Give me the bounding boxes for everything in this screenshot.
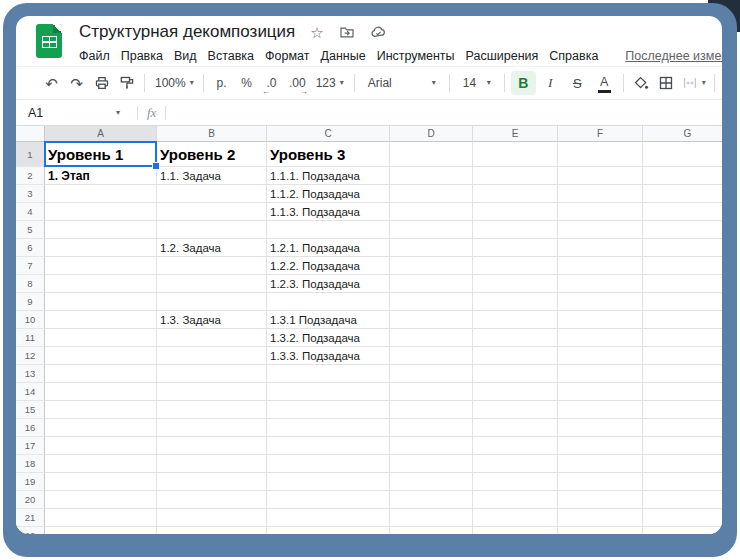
row-header-19[interactable]: 19 xyxy=(16,473,45,491)
row-header-18[interactable]: 18 xyxy=(16,455,45,473)
cell-E18[interactable] xyxy=(473,455,558,473)
cell-A1[interactable]: Уровень 1 xyxy=(45,142,157,167)
cell-C10[interactable]: 1.3.1 Подзадача xyxy=(267,311,390,329)
cell-G17[interactable] xyxy=(643,437,722,455)
cell-A3[interactable] xyxy=(45,185,157,203)
cloud-status-icon[interactable] xyxy=(370,24,387,40)
italic-button[interactable]: I xyxy=(538,71,563,95)
cell-D21[interactable] xyxy=(390,509,473,527)
cell-B8[interactable] xyxy=(157,275,267,293)
cell-F3[interactable] xyxy=(558,185,643,203)
move-to-folder-icon[interactable] xyxy=(339,24,355,40)
cell-D18[interactable] xyxy=(390,455,473,473)
number-format-button[interactable]: 123 ▾ xyxy=(312,71,348,95)
cell-C4[interactable]: 1.1.3. Подзадача xyxy=(267,203,390,221)
cell-G14[interactable] xyxy=(643,383,722,401)
paint-format-button[interactable] xyxy=(115,71,138,95)
cell-A10[interactable] xyxy=(45,311,157,329)
cell-A12[interactable] xyxy=(45,347,157,365)
cell-G2[interactable] xyxy=(643,167,722,185)
cell-B12[interactable] xyxy=(157,347,267,365)
cell-A13[interactable] xyxy=(45,365,157,383)
last-edit-link[interactable]: Последнее изменен xyxy=(625,49,722,63)
cell-F2[interactable] xyxy=(558,167,643,185)
column-header-G[interactable]: G xyxy=(643,126,722,142)
row-header-7[interactable]: 7 xyxy=(16,257,45,275)
cell-E5[interactable] xyxy=(473,221,558,239)
row-header-3[interactable]: 3 xyxy=(16,185,45,203)
cell-E3[interactable] xyxy=(473,185,558,203)
column-header-C[interactable]: C xyxy=(267,126,390,142)
cell-A4[interactable] xyxy=(45,203,157,221)
cell-G15[interactable] xyxy=(643,401,722,419)
cell-G10[interactable] xyxy=(643,311,722,329)
row-header-12[interactable]: 12 xyxy=(16,347,45,365)
cell-G19[interactable] xyxy=(643,473,722,491)
cell-A6[interactable] xyxy=(45,239,157,257)
cell-E17[interactable] xyxy=(473,437,558,455)
cell-E11[interactable] xyxy=(473,329,558,347)
cell-A15[interactable] xyxy=(45,401,157,419)
cell-D10[interactable] xyxy=(390,311,473,329)
cell-B21[interactable] xyxy=(157,509,267,527)
menu-tools[interactable]: Инструменты xyxy=(377,49,455,63)
cell-A5[interactable] xyxy=(45,221,157,239)
row-header-11[interactable]: 11 xyxy=(16,329,45,347)
cell-F17[interactable] xyxy=(558,437,643,455)
cell-A18[interactable] xyxy=(45,455,157,473)
fill-handle[interactable] xyxy=(152,162,160,170)
cell-F21[interactable] xyxy=(558,509,643,527)
cell-F16[interactable] xyxy=(558,419,643,437)
cell-D4[interactable] xyxy=(390,203,473,221)
cell-D22[interactable] xyxy=(390,527,473,534)
row-header-6[interactable]: 6 xyxy=(16,239,45,257)
zoom-select[interactable]: 100% ▾ xyxy=(151,71,197,95)
cell-B11[interactable] xyxy=(157,329,267,347)
cell-G18[interactable] xyxy=(643,455,722,473)
cell-E6[interactable] xyxy=(473,239,558,257)
cell-A19[interactable] xyxy=(45,473,157,491)
cell-D15[interactable] xyxy=(390,401,473,419)
cell-A20[interactable] xyxy=(45,491,157,509)
sheets-logo-icon[interactable] xyxy=(36,24,62,58)
cell-C3[interactable]: 1.1.2. Подзадача xyxy=(267,185,390,203)
select-all-corner[interactable] xyxy=(16,126,45,142)
cell-B3[interactable] xyxy=(157,185,267,203)
cell-D19[interactable] xyxy=(390,473,473,491)
cell-B16[interactable] xyxy=(157,419,267,437)
cell-D6[interactable] xyxy=(390,239,473,257)
row-header-2[interactable]: 2 xyxy=(16,167,45,185)
cell-D20[interactable] xyxy=(390,491,473,509)
column-header-D[interactable]: D xyxy=(390,126,473,142)
cell-F5[interactable] xyxy=(558,221,643,239)
cell-E20[interactable] xyxy=(473,491,558,509)
cell-E13[interactable] xyxy=(473,365,558,383)
cell-G11[interactable] xyxy=(643,329,722,347)
row-header-17[interactable]: 17 xyxy=(16,437,45,455)
cell-D11[interactable] xyxy=(390,329,473,347)
cell-D14[interactable] xyxy=(390,383,473,401)
cell-B19[interactable] xyxy=(157,473,267,491)
row-header-16[interactable]: 16 xyxy=(16,419,45,437)
cell-C21[interactable] xyxy=(267,509,390,527)
font-select[interactable]: Arial ▾ xyxy=(361,71,443,95)
cell-F1[interactable] xyxy=(558,142,643,167)
cell-C14[interactable] xyxy=(267,383,390,401)
cell-C12[interactable]: 1.3.3. Подзадача xyxy=(267,347,390,365)
menu-edit[interactable]: Правка xyxy=(121,49,163,63)
cell-E8[interactable] xyxy=(473,275,558,293)
cell-F10[interactable] xyxy=(558,311,643,329)
cell-F15[interactable] xyxy=(558,401,643,419)
cell-E9[interactable] xyxy=(473,293,558,311)
cell-G5[interactable] xyxy=(643,221,722,239)
cell-G12[interactable] xyxy=(643,347,722,365)
cell-F11[interactable] xyxy=(558,329,643,347)
cell-F12[interactable] xyxy=(558,347,643,365)
cell-C9[interactable] xyxy=(267,293,390,311)
cell-D17[interactable] xyxy=(390,437,473,455)
row-header-9[interactable]: 9 xyxy=(16,293,45,311)
cell-C11[interactable]: 1.3.2. Подзадача xyxy=(267,329,390,347)
cell-F13[interactable] xyxy=(558,365,643,383)
cell-B15[interactable] xyxy=(157,401,267,419)
cell-E19[interactable] xyxy=(473,473,558,491)
